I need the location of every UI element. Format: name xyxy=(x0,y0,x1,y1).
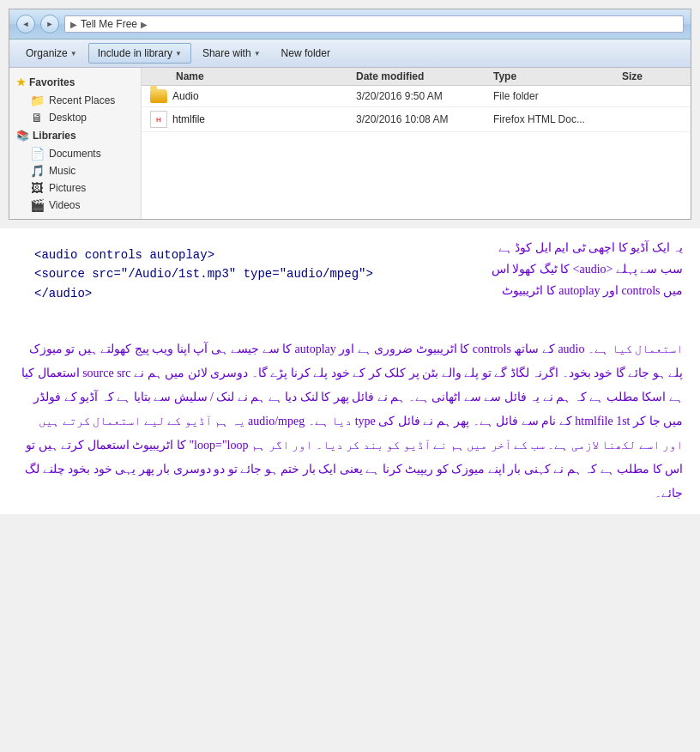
sidebar-item-videos[interactable]: 🎬 Videos xyxy=(9,197,141,214)
favorites-section[interactable]: ★ Favorites xyxy=(9,73,141,92)
file-list-header: Name Date modified Type Size xyxy=(142,68,691,86)
music-icon: 🎵 xyxy=(30,165,44,177)
back-button[interactable]: ◄ xyxy=(16,15,35,33)
forward-button[interactable]: ► xyxy=(40,15,59,33)
file-type-html: Firefox HTML Doc... xyxy=(493,113,622,125)
libraries-section[interactable]: 📚 Libraries xyxy=(9,126,141,145)
organize-button[interactable]: Organize ▼ xyxy=(16,43,87,64)
breadcrumb-arrow2: ▶ xyxy=(141,20,148,29)
file-name-html: H htmlfile xyxy=(142,111,356,128)
main-content: <audio controls autoplay> <source src="/… xyxy=(0,228,700,329)
favorites-icon: ★ xyxy=(16,76,26,88)
table-row[interactable]: H htmlfile 3/20/2016 10:08 AM Firefox HT… xyxy=(142,107,691,132)
code-line1: <audio controls autoplay> xyxy=(34,246,443,264)
column-type[interactable]: Type xyxy=(493,70,622,82)
share-arrow: ▼ xyxy=(254,50,261,58)
include-library-button[interactable]: Include in library ▼ xyxy=(88,43,191,64)
file-type-audio: File folder xyxy=(493,90,622,102)
column-date[interactable]: Date modified xyxy=(356,70,493,82)
column-size[interactable]: Size xyxy=(622,70,691,82)
urdu-main-text: استعمال کیا ہے۔ audio کے ساتھ controls ک… xyxy=(0,329,700,514)
explorer-content: ★ Favorites 📁 Recent Places 🖥 Desktop 📚 … xyxy=(9,68,691,219)
code-block: <audio controls autoplay> <source src="/… xyxy=(17,237,460,312)
file-date-html: 3/20/2016 10:08 AM xyxy=(356,113,493,125)
file-list: Name Date modified Type Size Audio 3/20/… xyxy=(142,68,691,219)
title-bar: ◄ ► ▶ Tell Me Free ▶ xyxy=(9,9,691,39)
sidebar-item-recent-places[interactable]: 📁 Recent Places xyxy=(9,92,141,109)
sidebar-item-music[interactable]: 🎵 Music xyxy=(9,162,141,179)
folder-icon xyxy=(150,89,167,103)
explorer-window: ◄ ► ▶ Tell Me Free ▶ Organize ▼ Include … xyxy=(9,9,691,220)
new-folder-button[interactable]: New folder xyxy=(272,43,340,64)
videos-icon: 🎬 xyxy=(30,199,44,211)
library-arrow: ▼ xyxy=(175,50,182,58)
table-row[interactable]: Audio 3/20/2016 9:50 AM File folder xyxy=(142,86,691,107)
organize-arrow: ▼ xyxy=(70,50,77,58)
sidebar: ★ Favorites 📁 Recent Places 🖥 Desktop 📚 … xyxy=(9,68,142,219)
breadcrumb-bar: ▶ Tell Me Free ▶ xyxy=(64,15,684,33)
breadcrumb-path: Tell Me Free xyxy=(81,18,137,30)
documents-icon: 📄 xyxy=(30,148,44,160)
code-line3: </audio> xyxy=(34,284,443,303)
sidebar-item-desktop[interactable]: 🖥 Desktop xyxy=(9,109,141,126)
pictures-icon: 🖼 xyxy=(30,182,44,194)
sidebar-item-pictures[interactable]: 🖼 Pictures xyxy=(9,179,141,197)
share-with-button[interactable]: Share with ▼ xyxy=(193,43,270,64)
sidebar-item-documents[interactable]: 📄 Documents xyxy=(9,145,141,162)
content-wrapper: <audio controls autoplay> <source src="/… xyxy=(17,237,683,312)
code-section: <audio controls autoplay> <source src="/… xyxy=(17,237,460,312)
toolbar: Organize ▼ Include in library ▼ Share wi… xyxy=(9,39,691,68)
desktop-icon: 🖥 xyxy=(30,112,44,124)
recent-places-icon: 📁 xyxy=(30,94,44,106)
file-date-audio: 3/20/2016 9:50 AM xyxy=(356,90,493,102)
html-file-icon: H xyxy=(150,111,167,128)
urdu-description-right: یہ ایک آڈیو کا اچھی ٹی ایم ایل کوڈ ہے سب… xyxy=(477,237,683,302)
code-line2: <source src="/Audio/1st.mp3" type="audio… xyxy=(34,264,443,283)
libraries-icon: 📚 xyxy=(16,130,29,142)
file-name-audio: Audio xyxy=(142,89,356,103)
breadcrumb-arrow: ▶ xyxy=(70,20,77,29)
column-name[interactable]: Name xyxy=(142,70,356,82)
